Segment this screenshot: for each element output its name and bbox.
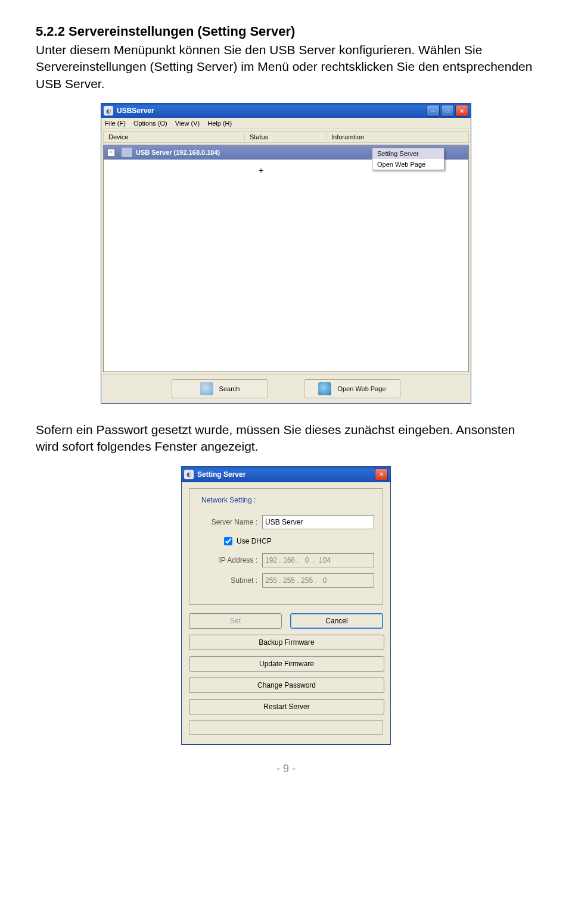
usbserver-window-figure: ◐ USBServer ─ □ ✕ File (F) Options (O) V… — [36, 103, 536, 404]
network-setting-fieldset: Network Setting : Server Name : Use DHCP… — [189, 488, 383, 605]
maximize-button[interactable]: □ — [441, 105, 454, 117]
search-button-label: Search — [219, 385, 240, 392]
dialog-title: Setting Server — [197, 470, 375, 479]
menu-help[interactable]: Help (H) — [207, 120, 232, 127]
ip-address-input — [262, 553, 374, 567]
dialog-titlebar: ◐ Setting Server ✕ — [182, 467, 390, 482]
globe-icon — [318, 382, 331, 395]
menu-view[interactable]: View (V) — [175, 120, 200, 127]
open-web-page-button[interactable]: Open Web Page — [304, 379, 400, 398]
dialog-close-button[interactable]: ✕ — [375, 469, 388, 480]
dialog-app-icon: ◐ — [184, 470, 194, 479]
change-password-button[interactable]: Change Password — [189, 678, 384, 693]
context-setting-server[interactable]: Setting Server — [372, 148, 444, 159]
usb-server-row[interactable]: − USB Server (192.168.0.104) Setting Ser… — [104, 145, 468, 160]
set-button[interactable]: Set — [189, 613, 282, 629]
subnet-input — [262, 573, 374, 588]
server-icon — [122, 148, 132, 157]
status-strip — [189, 720, 383, 735]
update-firmware-button[interactable]: Update Firmware — [189, 656, 384, 672]
col-device[interactable]: Device — [104, 133, 245, 141]
window-title: USBServer — [117, 107, 427, 115]
open-web-page-label: Open Web Page — [337, 385, 386, 392]
use-dhcp-label: Use DHCP — [237, 537, 272, 545]
col-info[interactable]: Inforamtion — [327, 133, 468, 141]
context-menu: Setting Server Open Web Page — [372, 148, 444, 170]
close-button[interactable]: ✕ — [455, 105, 468, 117]
search-button[interactable]: Search — [172, 379, 268, 398]
cancel-button[interactable]: Cancel — [290, 613, 383, 629]
subnet-label: Subnet : — [198, 576, 257, 585]
server-name-label: Server Name : — [198, 518, 257, 526]
paragraph-2: Sofern ein Passwort gesetzt wurde, müsse… — [36, 422, 536, 455]
titlebar: ◐ USBServer ─ □ ✕ — [101, 104, 471, 118]
app-icon: ◐ — [104, 106, 113, 116]
menu-file[interactable]: File (F) — [105, 120, 126, 127]
ip-address-label: IP Address : — [198, 556, 257, 564]
server-name-input[interactable] — [262, 515, 374, 529]
menubar: File (F) Options (O) View (V) Help (H) — [101, 118, 471, 129]
paragraph-1: Unter diesem Menüpunkt können Sie den US… — [36, 42, 536, 92]
bottom-toolbar: Search Open Web Page — [101, 374, 471, 403]
tree-toggle[interactable]: − — [107, 149, 115, 157]
page-number: - 9 - — [36, 763, 536, 775]
context-open-web-page[interactable]: Open Web Page — [372, 159, 444, 170]
device-tree: − USB Server (192.168.0.104) Setting Ser… — [103, 145, 469, 372]
section-heading: 5.2.2 Servereinstellungen (Setting Serve… — [36, 24, 536, 39]
setting-server-dialog-figure: ◐ Setting Server ✕ Network Setting : Ser… — [36, 466, 536, 745]
restart-server-button[interactable]: Restart Server — [189, 699, 384, 714]
minimize-button[interactable]: ─ — [427, 105, 440, 117]
backup-firmware-button[interactable]: Backup Firmware — [189, 635, 384, 650]
menu-options[interactable]: Options (O) — [133, 120, 167, 127]
column-headers: Device Status Inforamtion — [103, 131, 469, 143]
setting-server-dialog: ◐ Setting Server ✕ Network Setting : Ser… — [181, 466, 391, 745]
use-dhcp-checkbox[interactable] — [224, 537, 232, 545]
cursor-icon: + — [259, 166, 263, 175]
fieldset-legend: Network Setting : — [199, 496, 258, 504]
usbserver-window: ◐ USBServer ─ □ ✕ File (F) Options (O) V… — [101, 103, 471, 404]
search-icon — [200, 382, 213, 395]
server-row-label: USB Server (192.168.0.104) — [136, 149, 220, 156]
col-status[interactable]: Status — [245, 133, 327, 141]
